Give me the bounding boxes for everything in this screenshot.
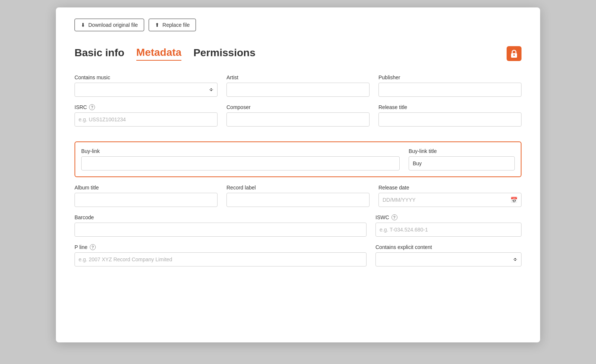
row-isrc-composer-release: ISRC ? Composer Release title bbox=[74, 104, 522, 127]
release-title-label: Release title bbox=[378, 104, 522, 110]
isrc-input[interactable] bbox=[74, 112, 218, 127]
buy-link-row: Buy-link Buy-link title bbox=[81, 148, 515, 170]
p-line-help-icon[interactable]: ? bbox=[90, 244, 96, 250]
isrc-help-icon[interactable]: ? bbox=[89, 104, 95, 110]
record-label-input[interactable] bbox=[226, 193, 370, 207]
group-composer: Composer bbox=[226, 104, 370, 127]
row-music-artist-publisher: Contains music Artist Publisher bbox=[74, 74, 522, 97]
contains-music-label: Contains music bbox=[74, 74, 218, 80]
group-buy-link: Buy-link bbox=[81, 148, 400, 170]
artist-label: Artist bbox=[226, 74, 370, 80]
group-release-title: Release title bbox=[378, 104, 522, 127]
tabs: Basic info Metadata Permissions bbox=[74, 46, 522, 61]
download-icon: ⬇ bbox=[81, 22, 85, 28]
release-date-input[interactable] bbox=[378, 193, 522, 207]
p-line-input[interactable] bbox=[74, 252, 367, 266]
p-line-label: P line ? bbox=[74, 244, 367, 250]
iswc-help-icon[interactable]: ? bbox=[391, 214, 397, 220]
row-pline-explicit: P line ? Contains explicit content bbox=[74, 244, 522, 266]
toolbar: ⬇ Download original file ⬆ Replace file bbox=[74, 19, 522, 31]
group-artist: Artist bbox=[226, 74, 370, 97]
buy-link-section: Buy-link Buy-link title bbox=[74, 141, 522, 177]
group-release-date: Release date 📅 bbox=[378, 185, 522, 207]
row-barcode-iswc: Barcode ISWC ? bbox=[74, 214, 522, 237]
date-input-wrapper: 📅 bbox=[378, 193, 522, 207]
group-publisher: Publisher bbox=[378, 74, 522, 97]
release-title-input[interactable] bbox=[378, 112, 522, 127]
tab-metadata[interactable]: Metadata bbox=[136, 47, 181, 61]
download-label: Download original file bbox=[88, 22, 138, 28]
album-title-input[interactable] bbox=[74, 193, 218, 207]
download-button[interactable]: ⬇ Download original file bbox=[74, 19, 144, 31]
modal-overlay: ⬇ Download original file ⬆ Replace file … bbox=[0, 0, 596, 364]
artist-input[interactable] bbox=[226, 83, 370, 97]
svg-point-1 bbox=[513, 54, 515, 56]
composer-input[interactable] bbox=[226, 112, 370, 127]
upload-icon: ⬆ bbox=[155, 22, 159, 28]
contains-explicit-select[interactable] bbox=[375, 252, 522, 266]
group-iswc: ISWC ? bbox=[375, 214, 522, 237]
group-record-label: Record label bbox=[226, 185, 370, 207]
tab-basic-info[interactable]: Basic info bbox=[74, 47, 124, 60]
group-album-title: Album title bbox=[74, 185, 218, 207]
row-album-record-date: Album title Record label Release date 📅 bbox=[74, 185, 522, 207]
composer-label: Composer bbox=[226, 104, 370, 110]
tab-permissions[interactable]: Permissions bbox=[193, 47, 256, 60]
group-p-line: P line ? bbox=[74, 244, 367, 266]
buy-link-title-input[interactable] bbox=[409, 156, 515, 170]
modal: ⬇ Download original file ⬆ Replace file … bbox=[56, 7, 540, 342]
group-isrc: ISRC ? bbox=[74, 104, 218, 127]
iswc-label: ISWC ? bbox=[375, 214, 522, 220]
group-contains-music: Contains music bbox=[74, 74, 218, 97]
group-barcode: Barcode bbox=[74, 214, 367, 237]
group-contains-explicit: Contains explicit content bbox=[375, 244, 522, 266]
replace-button[interactable]: ⬆ Replace file bbox=[149, 19, 196, 31]
replace-label: Replace file bbox=[162, 22, 190, 28]
buy-link-input[interactable] bbox=[81, 156, 400, 170]
barcode-input[interactable] bbox=[74, 223, 367, 237]
contains-explicit-label: Contains explicit content bbox=[375, 244, 522, 250]
buy-link-label: Buy-link bbox=[81, 148, 400, 154]
lock-button[interactable] bbox=[507, 46, 522, 61]
iswc-input[interactable] bbox=[375, 223, 522, 237]
publisher-input[interactable] bbox=[378, 83, 522, 97]
buy-link-title-label: Buy-link title bbox=[409, 148, 515, 154]
barcode-label: Barcode bbox=[74, 214, 367, 220]
release-date-label: Release date bbox=[378, 185, 522, 191]
group-buy-link-title: Buy-link title bbox=[409, 148, 515, 170]
publisher-label: Publisher bbox=[378, 74, 522, 80]
record-label-label: Record label bbox=[226, 185, 370, 191]
contains-music-select[interactable] bbox=[74, 83, 218, 97]
lock-icon bbox=[510, 50, 518, 58]
isrc-label: ISRC ? bbox=[74, 104, 218, 110]
album-title-label: Album title bbox=[74, 185, 218, 191]
